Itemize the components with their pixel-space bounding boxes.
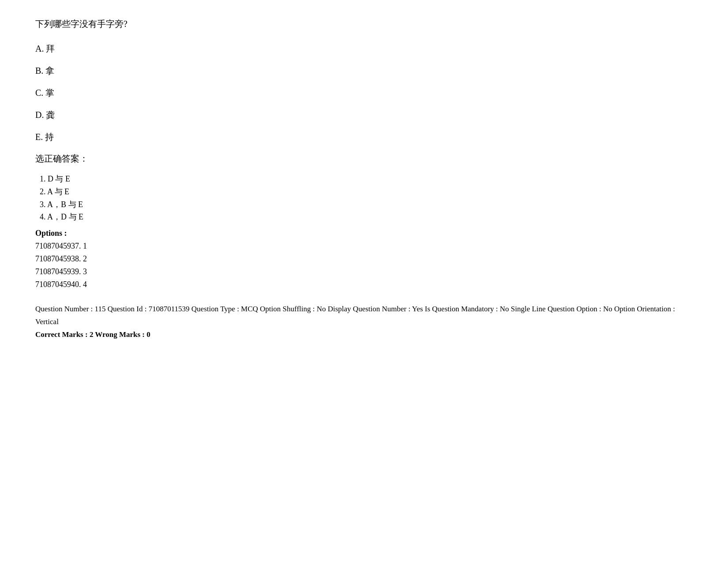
answer-1-num: 1. <box>40 174 46 183</box>
options-label: Options : <box>35 229 693 238</box>
answer-1-text: D 与 E <box>48 174 70 183</box>
answer-list: 1. D 与 E 2. A 与 E 3. A，B 与 E 4. A，D 与 E <box>40 173 693 223</box>
option-a-text: 拜 <box>46 44 55 53</box>
option-c-text: 掌 <box>45 88 54 98</box>
option-id-2: 71087045938. 2 <box>35 253 693 265</box>
option-id-3-id: 71087045939. <box>35 267 81 276</box>
metadata-line1: Question Number : 115 Question Id : 7108… <box>35 303 693 329</box>
option-e: E. 持 <box>35 131 693 143</box>
option-b-text: 拿 <box>45 66 54 76</box>
answer-2-text: A 与 E <box>47 187 69 196</box>
option-id-1: 71087045937. 1 <box>35 240 693 253</box>
option-id-2-id: 71087045938. <box>35 254 81 263</box>
option-e-label: E. <box>35 132 43 142</box>
answer-4-num: 4. <box>40 212 46 221</box>
option-id-4-id: 71087045940. <box>35 280 81 289</box>
answer-item-3: 3. A，B 与 E <box>40 198 693 211</box>
metadata-block: Question Number : 115 Question Id : 7108… <box>35 303 693 341</box>
answer-3-text: A，B 与 E <box>47 200 83 209</box>
option-id-3-num: 3 <box>83 267 87 276</box>
option-c: C. 掌 <box>35 87 693 99</box>
option-e-text: 持 <box>45 132 54 142</box>
option-a-label: A. <box>35 44 44 53</box>
option-b-label: B. <box>35 66 43 76</box>
option-id-2-num: 2 <box>83 254 87 263</box>
option-d: D. 龚 <box>35 109 693 121</box>
marks-line: Correct Marks : 2 Wrong Marks : 0 <box>35 329 693 341</box>
page-container: 下列哪些字没有手字旁? A. 拜 B. 拿 C. 掌 D. 龚 E. 持 选正确… <box>0 0 728 359</box>
correct-answer-label: 选正确答案： <box>35 153 693 165</box>
option-d-label: D. <box>35 110 44 120</box>
option-d-text: 龚 <box>46 110 55 120</box>
answer-2-num: 2. <box>40 187 46 196</box>
answer-4-text: A，D 与 E <box>47 212 83 221</box>
answer-item-1: 1. D 与 E <box>40 173 693 185</box>
option-id-1-num: 1 <box>83 242 87 250</box>
option-a: A. 拜 <box>35 42 693 55</box>
answer-item-2: 2. A 与 E <box>40 185 693 198</box>
option-id-1-id: 71087045937. <box>35 242 81 250</box>
option-id-3: 71087045939. 3 <box>35 265 693 278</box>
option-b: B. 拿 <box>35 64 693 77</box>
answer-item-4: 4. A，D 与 E <box>40 211 693 223</box>
question-text: 下列哪些字没有手字旁? <box>35 18 693 30</box>
answer-3-num: 3. <box>40 200 46 209</box>
option-id-4-num: 4 <box>83 280 87 289</box>
option-c-label: C. <box>35 88 43 98</box>
option-ids-list: 71087045937. 1 71087045938. 2 7108704593… <box>35 240 693 291</box>
option-id-4: 71087045940. 4 <box>35 278 693 291</box>
